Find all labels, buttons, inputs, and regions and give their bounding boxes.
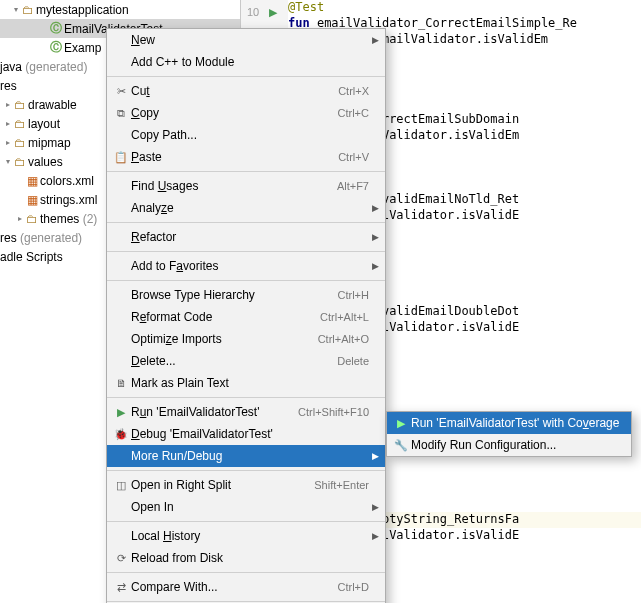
menu-item-copy-path[interactable]: Copy Path... — [107, 124, 385, 146]
folder-icon: 🗀 — [12, 98, 28, 112]
copy-icon: ⧉ — [111, 107, 131, 120]
debug-icon: 🐞 — [111, 428, 131, 441]
menu-shortcut: Ctrl+D — [338, 581, 369, 593]
tree-label: drawable — [28, 98, 77, 112]
tree-label: strings.xml — [40, 193, 97, 207]
menu-label: Mark as Plain Text — [131, 376, 369, 390]
tree-label: colors.xml — [40, 174, 94, 188]
run-icon: ▶ — [111, 406, 131, 419]
submenu-more-run-debug: ▶ Run 'EmailValidatorTest' with Coverage… — [386, 411, 632, 457]
menu-separator — [107, 572, 385, 573]
menu-label: Local History — [131, 529, 369, 543]
menu-label: Compare With... — [131, 580, 326, 594]
menu-item-add-to-favorites[interactable]: Add to Favorites ▶ — [107, 255, 385, 277]
menu-item-paste[interactable]: 📋 Paste Ctrl+V — [107, 146, 385, 168]
menu-label: Open in Right Split — [131, 478, 302, 492]
menu-label: Copy Path... — [131, 128, 369, 142]
menu-item-open-right-split[interactable]: ◫ Open in Right Split Shift+Enter — [107, 474, 385, 496]
tree-suffix: (generated) — [20, 231, 82, 245]
submenu-arrow-icon: ▶ — [369, 203, 379, 213]
menu-item-open-in[interactable]: Open In ▶ — [107, 496, 385, 518]
folder-icon: 🗀 — [12, 136, 28, 150]
tree-label: adle Scripts — [0, 250, 63, 264]
menu-shortcut: Ctrl+Shift+F10 — [298, 406, 369, 418]
submenu-item-run-with-coverage[interactable]: ▶ Run 'EmailValidatorTest' with Coverage — [387, 412, 631, 434]
chevron-down-icon: ▾ — [4, 157, 12, 166]
menu-label: More Run/Debug — [131, 449, 369, 463]
compare-icon: ⇄ — [111, 581, 131, 594]
tree-label: layout — [28, 117, 60, 131]
menu-shortcut: Delete — [337, 355, 369, 367]
menu-separator — [107, 470, 385, 471]
tree-label: values — [28, 155, 63, 169]
submenu-arrow-icon: ▶ — [369, 502, 379, 512]
menu-item-analyze[interactable]: Analyze ▶ — [107, 197, 385, 219]
menu-item-mark-plain-text[interactable]: 🗎 Mark as Plain Text — [107, 372, 385, 394]
menu-label: Refactor — [131, 230, 369, 244]
menu-item-delete[interactable]: Delete... Delete — [107, 350, 385, 372]
tree-label: themes — [40, 212, 79, 226]
folder-icon: 🗀 — [12, 155, 28, 169]
menu-label: Run 'EmailValidatorTest' with Coverage — [411, 416, 625, 430]
kotlin-class-icon: Ⓒ — [48, 39, 64, 56]
menu-item-find-usages[interactable]: Find Usages Alt+F7 — [107, 175, 385, 197]
submenu-arrow-icon: ▶ — [369, 232, 379, 242]
run-coverage-icon: ▶ — [391, 417, 411, 430]
menu-item-optimize-imports[interactable]: Optimize Imports Ctrl+Alt+O — [107, 328, 385, 350]
context-menu: New ▶ Add C++ to Module ✂ Cut Ctrl+X ⧉ C… — [106, 28, 386, 603]
menu-label: Delete... — [131, 354, 325, 368]
tree-label: Examp — [64, 41, 101, 55]
menu-label: Debug 'EmailValidatorTest' — [131, 427, 369, 441]
code-text: @Test — [288, 0, 324, 14]
chevron-right-icon: ▸ — [4, 138, 12, 147]
menu-item-reformat-code[interactable]: Reformat Code Ctrl+Alt+L — [107, 306, 385, 328]
menu-item-refactor[interactable]: Refactor ▶ — [107, 226, 385, 248]
wrench-icon: 🔧 — [391, 439, 411, 452]
menu-shortcut: Ctrl+Alt+O — [318, 333, 369, 345]
submenu-item-modify-run-config[interactable]: 🔧 Modify Run Configuration... — [387, 434, 631, 456]
tree-folder-root[interactable]: ▾ 🗀 mytestapplication — [0, 0, 240, 19]
menu-separator — [107, 76, 385, 77]
menu-item-debug[interactable]: 🐞 Debug 'EmailValidatorTest' — [107, 423, 385, 445]
folder-icon: 🗀 — [20, 3, 36, 17]
menu-item-local-history[interactable]: Local History ▶ — [107, 525, 385, 547]
menu-label: Add C++ to Module — [131, 55, 369, 69]
submenu-arrow-icon: ▶ — [369, 531, 379, 541]
run-gutter-icon[interactable]: ▶ — [269, 6, 277, 19]
menu-separator — [107, 521, 385, 522]
menu-label: Modify Run Configuration... — [411, 438, 625, 452]
xml-file-icon: ▦ — [24, 193, 40, 207]
menu-item-reload-from-disk[interactable]: ⟳ Reload from Disk — [107, 547, 385, 569]
submenu-arrow-icon: ▶ — [369, 261, 379, 271]
chevron-down-icon: ▾ — [12, 5, 20, 14]
kotlin-class-icon: Ⓒ — [48, 20, 64, 37]
tree-label: res — [0, 231, 17, 245]
tree-suffix: (2) — [83, 212, 98, 226]
menu-item-copy[interactable]: ⧉ Copy Ctrl+C — [107, 102, 385, 124]
submenu-arrow-icon: ▶ — [369, 35, 379, 45]
submenu-arrow-icon: ▶ — [369, 451, 379, 461]
menu-item-new[interactable]: New ▶ — [107, 29, 385, 51]
tree-suffix: (generated) — [25, 60, 87, 74]
folder-icon: 🗀 — [24, 212, 40, 226]
menu-item-more-run-debug[interactable]: More Run/Debug ▶ — [107, 445, 385, 467]
paste-icon: 📋 — [111, 151, 131, 164]
menu-shortcut: Ctrl+H — [338, 289, 369, 301]
menu-label: Find Usages — [131, 179, 325, 193]
menu-label: New — [131, 33, 369, 47]
chevron-right-icon: ▸ — [16, 214, 24, 223]
menu-label: Copy — [131, 106, 326, 120]
menu-item-compare-with[interactable]: ⇄ Compare With... Ctrl+D — [107, 576, 385, 598]
menu-separator — [107, 222, 385, 223]
menu-item-cut[interactable]: ✂ Cut Ctrl+X — [107, 80, 385, 102]
menu-label: Reload from Disk — [131, 551, 369, 565]
menu-item-browse-type-hierarchy[interactable]: Browse Type Hierarchy Ctrl+H — [107, 284, 385, 306]
menu-label: Reformat Code — [131, 310, 308, 324]
menu-separator — [107, 171, 385, 172]
menu-shortcut: Ctrl+Alt+L — [320, 311, 369, 323]
menu-label: Analyze — [131, 201, 369, 215]
menu-item-run[interactable]: ▶ Run 'EmailValidatorTest' Ctrl+Shift+F1… — [107, 401, 385, 423]
menu-label: Add to Favorites — [131, 259, 369, 273]
text-file-icon: 🗎 — [111, 377, 131, 389]
menu-item-add-cpp[interactable]: Add C++ to Module — [107, 51, 385, 73]
